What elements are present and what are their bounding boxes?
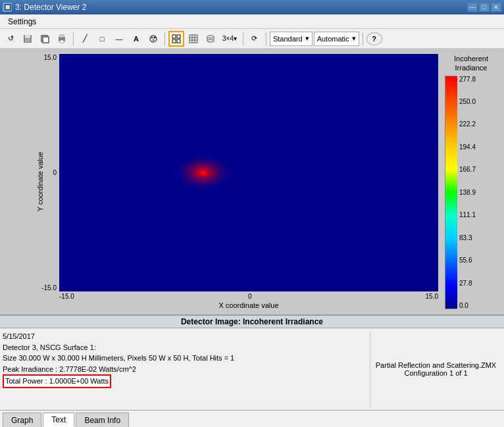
svg-rect-15 — [177, 39, 180, 43]
x-ticks: -15.0 0 15.0 — [59, 291, 438, 300]
info-panel: Detector Image: Incoherent Irradiance 5/… — [0, 314, 504, 410]
tab-bar: Graph Text Beam Info — [0, 410, 504, 427]
svg-rect-7 — [60, 40, 64, 43]
automatic-arrow: ▾ — [352, 34, 356, 43]
refresh-button[interactable]: ↺ — [3, 31, 18, 47]
info-date: 5/15/2017 — [3, 331, 370, 342]
colorbar-title: IncoherentIrradiance — [445, 54, 497, 73]
tab-text-label: Text — [51, 415, 66, 424]
total-power-highlighted: Total Power : 1.0000E+00 Watts — [3, 374, 111, 388]
info-total-power: Total Power : 1.0000E+00 Watts — [3, 374, 370, 388]
colorbar-content: 277.8 250.0 222.2 194.4 166.7 138.9 111.… — [445, 76, 497, 309]
center-dot — [201, 171, 205, 175]
y-axis-label: Y coordinate value — [36, 152, 44, 212]
svg-rect-12 — [172, 35, 176, 38]
menu-settings[interactable]: Settings — [3, 15, 41, 28]
info-panel-title: Detector Image: Incoherent Irradiance — [0, 316, 504, 328]
plot-area: Y coordinate value 15.0 0 -15.0 — [0, 49, 504, 314]
draw-button[interactable]: ╱ — [77, 31, 93, 47]
plot-inner: 15.0 0 -15.0 — [38, 54, 497, 309]
svg-rect-13 — [177, 35, 180, 38]
x-tick-right: 15.0 — [426, 293, 438, 300]
maximize-button[interactable]: □ — [479, 3, 490, 12]
tab-graph[interactable]: Graph — [3, 413, 41, 427]
rect-button[interactable]: □ — [94, 31, 110, 47]
info-detector: Detector 3, NSCG Surface 1: — [3, 342, 370, 353]
colorbar-label-3: 194.4 — [459, 143, 476, 151]
x-axis-label: X coordinate value — [59, 301, 438, 309]
svg-point-24 — [207, 39, 214, 42]
colorbar: IncoherentIrradiance — [445, 54, 497, 309]
standard-dropdown[interactable]: Standard ▾ — [270, 32, 313, 46]
toolbar: ↺ ╱ □ — A 3×4▾ ⟳ Standard ▾ Automatic ▾ … — [0, 29, 504, 49]
svg-point-10 — [154, 36, 156, 38]
copy-button[interactable] — [37, 31, 53, 47]
main-content: Y coordinate value 15.0 0 -15.0 — [0, 49, 504, 427]
info-body: 5/15/2017 Detector 3, NSCG Surface 1: Si… — [0, 328, 504, 410]
grid-size-button[interactable]: 3×4▾ — [220, 31, 239, 47]
tab-beaminfo[interactable]: Beam Info — [76, 413, 129, 427]
automatic-dropdown[interactable]: Automatic ▾ — [314, 32, 359, 46]
3d-button[interactable] — [203, 31, 218, 47]
x-tick-left: -15.0 — [59, 293, 74, 300]
separator-5 — [363, 32, 363, 45]
text-button[interactable]: A — [128, 31, 144, 47]
automatic-label: Automatic — [317, 35, 349, 43]
grid-view-button[interactable] — [168, 31, 184, 47]
palette-button[interactable] — [145, 31, 161, 47]
info-size: Size 30.000 W x 30.000 H Millimeters, Pi… — [3, 353, 370, 364]
info-right: Partial Reflection and Scattering.ZMXCon… — [370, 331, 501, 407]
colorbar-label-2: 222.2 — [459, 120, 476, 128]
info-peak: Peak Irradiance : 2.7778E-02 Watts/cm^2 — [3, 364, 370, 375]
y-tick-top: 15.0 — [38, 54, 57, 61]
y-ticks-and-plot: 15.0 0 -15.0 — [38, 54, 438, 291]
heatmap-canvas[interactable] — [59, 54, 438, 291]
title-controls: — □ ✕ — [467, 3, 501, 12]
y-tick-bottom: -15.0 — [38, 284, 57, 291]
save-button[interactable] — [20, 31, 36, 47]
separator-2 — [164, 32, 165, 45]
svg-rect-14 — [172, 39, 176, 43]
colorbar-label-6: 111.1 — [459, 211, 476, 218]
colorbar-label-7: 83.3 — [459, 234, 476, 241]
print-button[interactable] — [54, 31, 70, 47]
title-bar: 🔲 3: Detector Viewer 2 — □ ✕ — [0, 0, 504, 14]
tab-graph-label: Graph — [11, 416, 33, 425]
minimize-button[interactable]: — — [467, 3, 478, 12]
standard-arrow: ▾ — [305, 34, 309, 43]
separator-3 — [243, 32, 243, 45]
separator-4 — [266, 32, 266, 45]
tab-text[interactable]: Text — [43, 413, 74, 427]
separator-1 — [73, 32, 74, 45]
colorbar-label-8: 55.6 — [459, 257, 476, 264]
colorbar-labels: 277.8 250.0 222.2 194.4 166.7 138.9 111.… — [459, 76, 476, 309]
line-button[interactable]: — — [111, 31, 127, 47]
svg-point-11 — [153, 39, 155, 41]
menu-bar: Settings — [0, 14, 504, 29]
svg-rect-16 — [189, 35, 197, 43]
svg-rect-2 — [25, 39, 30, 42]
colorbar-label-4: 166.7 — [459, 166, 476, 173]
info-right-text: Partial Reflection and Scattering.ZMXCon… — [376, 361, 496, 377]
rotate-button[interactable]: ⟳ — [247, 31, 263, 47]
window-title: 3: Detector Viewer 2 — [15, 3, 87, 12]
svg-point-21 — [207, 36, 214, 38]
svg-point-9 — [151, 36, 153, 38]
tab-beaminfo-label: Beam Info — [84, 416, 120, 425]
colorbar-label-10: 0.0 — [459, 302, 476, 309]
help-button[interactable]: ? — [366, 32, 382, 45]
close-button[interactable]: ✕ — [491, 3, 501, 12]
plot-with-colorbar: 15.0 0 -15.0 — [38, 54, 497, 309]
colorbar-gradient — [445, 76, 457, 309]
colorbar-label-9: 27.8 — [459, 280, 476, 287]
window-icon: 🔲 — [3, 3, 12, 12]
table-button[interactable] — [186, 31, 201, 47]
svg-rect-1 — [25, 35, 30, 38]
colorbar-label-1: 250.0 — [459, 98, 476, 105]
svg-rect-26 — [59, 54, 438, 291]
svg-rect-6 — [60, 35, 64, 38]
x-tick-mid: 0 — [248, 293, 252, 300]
svg-rect-27 — [445, 76, 457, 309]
plot-container: Y coordinate value 15.0 0 -15.0 — [5, 54, 497, 309]
standard-label: Standard — [273, 35, 303, 43]
